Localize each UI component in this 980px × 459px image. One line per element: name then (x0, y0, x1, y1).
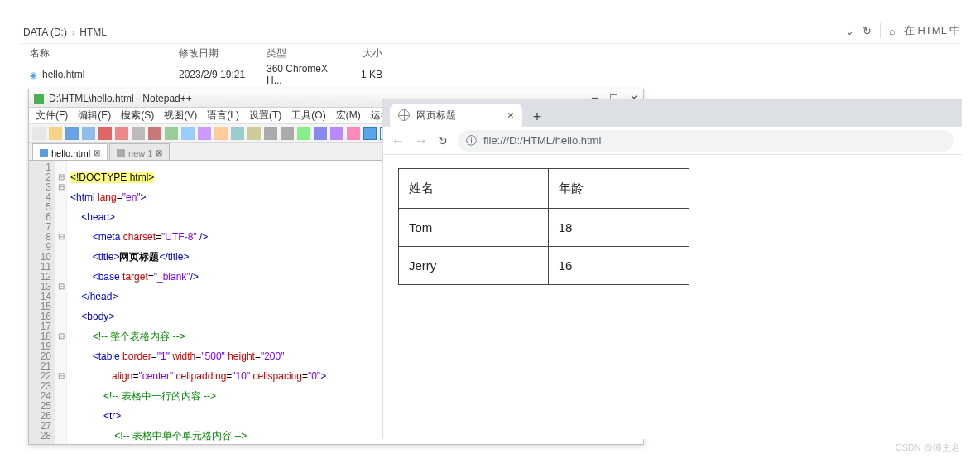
menu-settings[interactable]: 设置(T) (249, 109, 281, 123)
site-info-icon[interactable]: ⓘ (466, 133, 477, 148)
file-icon (117, 149, 125, 157)
close-file-icon[interactable] (98, 127, 112, 140)
print-icon[interactable] (132, 127, 145, 140)
file-name: hello.html (30, 69, 179, 80)
url-text: file:///D:/HTML/hello.html (483, 134, 601, 147)
explorer-breadcrumb: DATA (D:) › HTML (20, 23, 960, 41)
file-type: 360 ChromeX H... (267, 63, 341, 86)
table-row: Tom 18 (399, 209, 689, 247)
browser-address-bar: ← → ↻ ⓘ file:///D:/HTML/hello.html (383, 127, 962, 155)
menu-language[interactable]: 语言(L) (207, 109, 239, 123)
table-cell: 年龄 (548, 169, 689, 209)
fold-all-icon[interactable] (363, 127, 377, 140)
close-tab-icon[interactable]: × (507, 109, 514, 122)
save-all-icon[interactable] (82, 127, 95, 140)
table-cell: Tom (399, 209, 549, 247)
find-icon[interactable] (231, 127, 244, 140)
table-row: 姓名 年龄 (399, 169, 689, 209)
zoom-in-icon[interactable] (264, 127, 277, 140)
search-icon[interactable]: ⌕ (889, 25, 896, 37)
col-name[interactable]: 名称 (30, 46, 179, 60)
table-cell: 18 (548, 209, 689, 247)
undo-icon[interactable] (198, 127, 211, 140)
npp-app-icon (34, 94, 44, 104)
back-icon[interactable]: ← (392, 133, 405, 148)
tab-label: hello.html (51, 148, 90, 158)
file-size: 1 KB (341, 69, 382, 80)
menu-search[interactable]: 搜索(S) (121, 109, 154, 123)
tab-label: new 1 (128, 148, 152, 158)
replace-icon[interactable] (247, 127, 261, 140)
tab-new-1[interactable]: new 1 ⊠ (109, 143, 170, 160)
indent-guide-icon[interactable] (347, 127, 360, 140)
watermark: CSDN @博主名 (896, 442, 960, 454)
menu-macro[interactable]: 宏(M) (336, 109, 361, 123)
divider (880, 23, 881, 38)
zoom-out-icon[interactable] (281, 127, 294, 140)
breadcrumb-folder[interactable]: HTML (79, 27, 107, 38)
rendered-page: 姓名 年龄 Tom 18 Jerry 16 (383, 155, 962, 298)
file-icon (40, 149, 48, 157)
paste-icon[interactable] (181, 127, 195, 140)
tab-close-icon[interactable]: ⊠ (94, 148, 100, 157)
save-icon[interactable] (65, 127, 79, 140)
redo-icon[interactable] (214, 127, 228, 140)
file-list-header: 名称 修改日期 类型 大小 (20, 43, 960, 63)
col-type[interactable]: 类型 (267, 46, 341, 60)
forward-icon: → (415, 133, 428, 148)
explorer-toolbar: ⌄ ↻ ⌕ 在 HTML 中 (845, 23, 960, 38)
menu-view[interactable]: 视图(V) (164, 109, 197, 123)
history-dropdown-icon[interactable]: ⌄ (845, 25, 854, 37)
word-wrap-icon[interactable] (314, 127, 327, 140)
refresh-icon[interactable]: ↻ (862, 25, 872, 37)
browser-tab[interactable]: 网页标题 × (390, 104, 522, 127)
close-all-icon[interactable] (115, 127, 128, 140)
col-size[interactable]: 大小 (341, 46, 382, 60)
url-input[interactable]: ⓘ file:///D:/HTML/hello.html (458, 130, 954, 152)
table-cell: 16 (548, 247, 689, 285)
reload-icon[interactable]: ↻ (438, 134, 448, 147)
new-file-icon[interactable] (32, 127, 46, 140)
tab-hello-html[interactable]: hello.html ⊠ (32, 143, 108, 160)
search-hint[interactable]: 在 HTML 中 (904, 23, 960, 38)
fold-gutter[interactable]: ⊟⊟⊟⊟⊟⊟ (55, 161, 67, 444)
demo-table: 姓名 年龄 Tom 18 Jerry 16 (398, 168, 689, 285)
col-date[interactable]: 修改日期 (179, 46, 267, 60)
breadcrumb-root[interactable]: DATA (D:) (23, 27, 67, 38)
npp-title-text: D:\HTML\hello.html - Notepad++ (49, 93, 192, 104)
browser-window: 网页标题 × + ← → ↻ ⓘ file:///D:/HTML/hello.h… (382, 99, 962, 439)
tab-close-icon[interactable]: ⊠ (156, 148, 162, 157)
tab-title: 网页标题 (416, 109, 456, 123)
chevron-right-icon: › (72, 28, 74, 37)
globe-icon (398, 109, 410, 121)
browser-tab-strip: 网页标题 × + (383, 100, 962, 127)
table-cell: 姓名 (399, 169, 549, 209)
menu-file[interactable]: 文件(F) (36, 109, 68, 123)
sync-scroll-icon[interactable] (297, 127, 310, 140)
menu-edit[interactable]: 编辑(E) (78, 109, 111, 123)
table-row: Jerry 16 (399, 247, 689, 285)
menu-tools[interactable]: 工具(O) (291, 109, 325, 123)
file-row[interactable]: hello.html 2023/2/9 19:21 360 ChromeX H.… (20, 63, 382, 86)
copy-icon[interactable] (165, 127, 178, 140)
line-gutter: 1234567891011121314151617181920212223242… (29, 161, 55, 444)
file-date: 2023/2/9 19:21 (179, 69, 267, 80)
cut-icon[interactable] (148, 127, 161, 140)
new-tab-button[interactable]: + (527, 107, 547, 127)
table-cell: Jerry (399, 247, 549, 285)
open-file-icon[interactable] (49, 127, 62, 140)
show-symbols-icon[interactable] (330, 127, 343, 140)
